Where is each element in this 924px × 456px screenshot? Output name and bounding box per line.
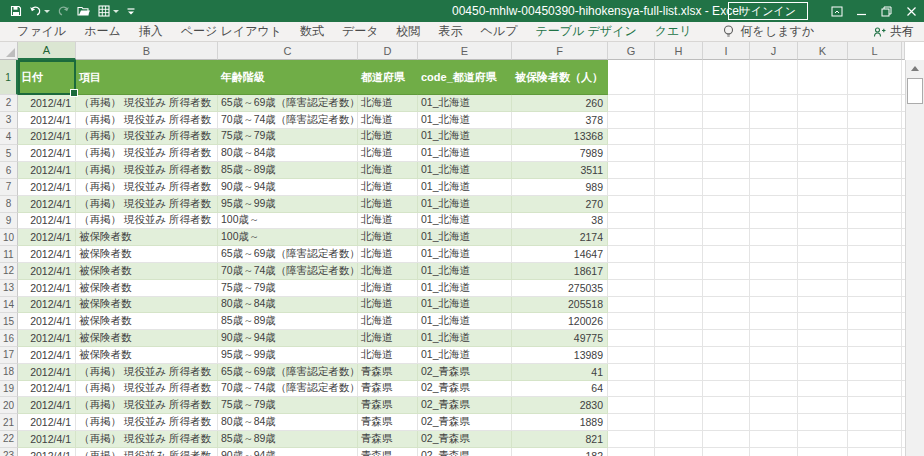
cell-B2[interactable]: （再掲） 現役並み 所得者数	[76, 95, 218, 112]
cell-C7[interactable]: 90歳～94歳	[218, 179, 358, 196]
cell-L2[interactable]	[848, 95, 902, 112]
cell-F9[interactable]: 38	[512, 213, 608, 230]
cell-H22[interactable]	[655, 431, 703, 448]
tab-table-design[interactable]: テーブル デザイン	[526, 23, 645, 40]
cell-B18[interactable]: （再掲） 現役並み 所得者数	[76, 364, 218, 381]
cell-I23[interactable]	[703, 448, 750, 456]
cell-J5[interactable]	[750, 145, 798, 162]
cell-K23[interactable]	[798, 448, 848, 456]
cell-J9[interactable]	[750, 213, 798, 230]
cell-F18[interactable]: 41	[512, 364, 608, 381]
cell-B13[interactable]: 被保険者数	[76, 280, 218, 297]
cell-J18[interactable]	[750, 364, 798, 381]
cell-E20[interactable]: 02_青森県	[418, 397, 512, 414]
tab-help[interactable]: ヘルプ	[472, 23, 527, 40]
column-header-E[interactable]: E	[418, 42, 512, 60]
cell-I17[interactable]	[703, 347, 750, 364]
cell-J19[interactable]	[750, 381, 798, 398]
cell-K16[interactable]	[798, 330, 848, 347]
ribbon-display-options-icon[interactable]	[824, 0, 849, 22]
cell-I21[interactable]	[703, 414, 750, 431]
tab-view[interactable]: 表示	[430, 23, 472, 40]
cell-K17[interactable]	[798, 347, 848, 364]
cell-I15[interactable]	[703, 313, 750, 330]
cell-C10[interactable]: 100歳～	[218, 229, 358, 246]
cell-I11[interactable]	[703, 246, 750, 263]
cell-J3[interactable]	[750, 112, 798, 129]
cell-F23[interactable]: 182	[512, 448, 608, 456]
cell-G4[interactable]	[608, 129, 655, 146]
cell-F20[interactable]: 2830	[512, 397, 608, 414]
open-file-icon[interactable]	[74, 1, 94, 21]
cell-J14[interactable]	[750, 297, 798, 314]
cell-H14[interactable]	[655, 297, 703, 314]
cell-E7[interactable]: 01_北海道	[418, 179, 512, 196]
cell-E21[interactable]: 02_青森県	[418, 414, 512, 431]
select-all-corner[interactable]	[0, 42, 18, 60]
cell-J20[interactable]	[750, 397, 798, 414]
cell-L19[interactable]	[848, 381, 902, 398]
cell-G16[interactable]	[608, 330, 655, 347]
cell-A14[interactable]: 2012/4/1	[18, 297, 76, 314]
cell-K14[interactable]	[798, 297, 848, 314]
cell-K22[interactable]	[798, 431, 848, 448]
row-header-20[interactable]: 20	[0, 397, 18, 414]
cell-G1[interactable]	[608, 60, 655, 95]
cell-H13[interactable]	[655, 280, 703, 297]
row-header-2[interactable]: 2	[0, 95, 18, 112]
vertical-scrollbar[interactable]	[905, 60, 924, 456]
cell-D1[interactable]: 都道府県	[358, 60, 418, 95]
cell-D8[interactable]: 北海道	[358, 196, 418, 213]
cell-A6[interactable]: 2012/4/1	[18, 162, 76, 179]
cell-L4[interactable]	[848, 129, 902, 146]
cell-E8[interactable]: 01_北海道	[418, 196, 512, 213]
cell-F8[interactable]: 270	[512, 196, 608, 213]
cell-G15[interactable]	[608, 313, 655, 330]
cell-A8[interactable]: 2012/4/1	[18, 196, 76, 213]
cell-B5[interactable]: （再掲） 現役並み 所得者数	[76, 145, 218, 162]
cell-L16[interactable]	[848, 330, 902, 347]
cell-K15[interactable]	[798, 313, 848, 330]
column-header-filler[interactable]	[902, 42, 905, 60]
cell-G19[interactable]	[608, 381, 655, 398]
cell-K2[interactable]	[798, 95, 848, 112]
cell-H6[interactable]	[655, 162, 703, 179]
cell-K6[interactable]	[798, 162, 848, 179]
cell-B3[interactable]: （再掲） 現役並み 所得者数	[76, 112, 218, 129]
cell-G10[interactable]	[608, 229, 655, 246]
cell-L7[interactable]	[848, 179, 902, 196]
cell-E14[interactable]: 01_北海道	[418, 297, 512, 314]
cell-F12[interactable]: 18617	[512, 263, 608, 280]
cell-C14[interactable]: 80歳～84歳	[218, 297, 358, 314]
cell-L1[interactable]	[848, 60, 902, 95]
column-header-F[interactable]: F	[512, 42, 608, 60]
cell-D13[interactable]: 北海道	[358, 280, 418, 297]
cell-D7[interactable]: 北海道	[358, 179, 418, 196]
cell-K5[interactable]	[798, 145, 848, 162]
undo-dropdown-chevron[interactable]	[44, 10, 50, 13]
cell-E16[interactable]: 01_北海道	[418, 330, 512, 347]
cell-K1[interactable]	[798, 60, 848, 95]
cell-K11[interactable]	[798, 246, 848, 263]
cell-F1[interactable]: 被保険者数（人）	[512, 60, 608, 95]
cell-J10[interactable]	[750, 229, 798, 246]
cell-L23[interactable]	[848, 448, 902, 456]
cell-F5[interactable]: 7989	[512, 145, 608, 162]
cell-J21[interactable]	[750, 414, 798, 431]
cell-A4[interactable]: 2012/4/1	[18, 129, 76, 146]
cell-L6[interactable]	[848, 162, 902, 179]
close-icon[interactable]	[899, 0, 924, 22]
cell-I19[interactable]	[703, 381, 750, 398]
row-header-6[interactable]: 6	[0, 162, 18, 179]
column-header-G[interactable]: G	[608, 42, 655, 60]
undo-icon[interactable]	[26, 1, 53, 21]
row-header-1[interactable]: 1	[0, 60, 18, 95]
cell-H3[interactable]	[655, 112, 703, 129]
cell-A5[interactable]: 2012/4/1	[18, 145, 76, 162]
cell-C19[interactable]: 70歳～74歳（障害認定者数）	[218, 381, 358, 398]
cell-H8[interactable]	[655, 196, 703, 213]
cell-D9[interactable]: 北海道	[358, 213, 418, 230]
cell-C2[interactable]: 65歳～69歳（障害認定者数）	[218, 95, 358, 112]
cell-B7[interactable]: （再掲） 現役並み 所得者数	[76, 179, 218, 196]
cell-E1[interactable]: code_都道府県	[418, 60, 512, 95]
